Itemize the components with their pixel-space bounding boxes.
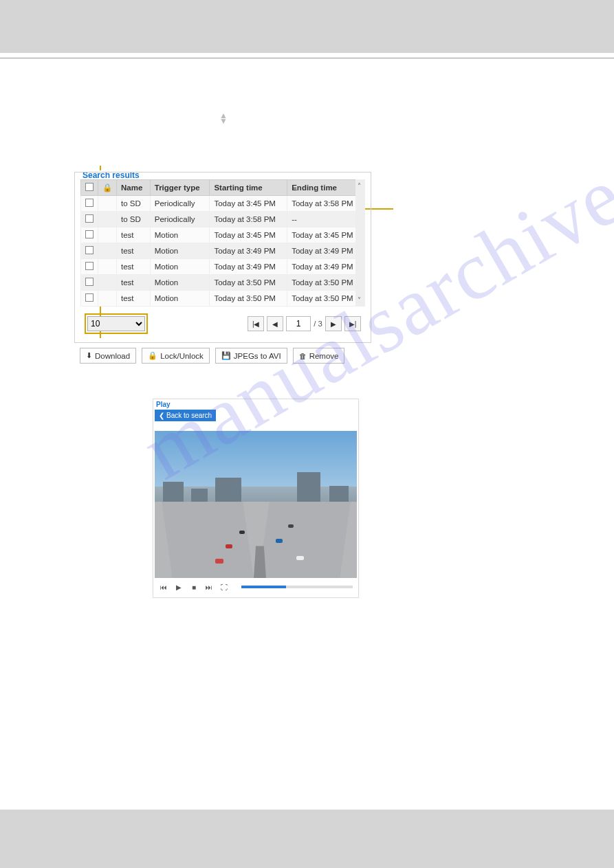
lock-icon: 🔒 (148, 351, 157, 360)
scroll-up-icon[interactable]: ˄ (358, 182, 361, 190)
back-label: Back to search (166, 412, 212, 419)
table-row[interactable]: testMotionToday at 3:49 PMToday at 3:49 … (81, 243, 365, 259)
row-checkbox-cell[interactable] (81, 275, 98, 291)
page-size-select[interactable]: 10 (87, 316, 145, 331)
row-lock-cell (98, 291, 117, 307)
row-trigger: Motion (150, 227, 210, 243)
next-page-button[interactable]: ▶ (325, 316, 342, 331)
checkbox-icon[interactable] (85, 230, 94, 238)
row-end: Today at 3:50 PM (287, 291, 365, 307)
row-checkbox-cell[interactable] (81, 259, 98, 275)
col-trigger[interactable]: Trigger type (150, 180, 210, 196)
row-trigger: Motion (150, 243, 210, 259)
row-checkbox-cell[interactable] (81, 196, 98, 212)
col-select-all[interactable] (81, 180, 98, 196)
scroll-down-icon[interactable]: ˅ (358, 296, 361, 304)
download-label: Download (95, 352, 130, 360)
row-lock-cell (98, 243, 117, 259)
row-trigger: Motion (150, 259, 210, 275)
player-controls: ⏮ ▶ ■ ⏭ ⛶ (155, 578, 357, 596)
table-scrollbar[interactable]: ˄ ˅ (355, 179, 365, 307)
video-player-panel: Play ❮Back to search (TCP-AV) 2016/06/08… (153, 399, 359, 598)
prev-page-button[interactable]: ◀ (267, 316, 283, 331)
last-page-button[interactable]: ▶| (344, 316, 361, 331)
table-row[interactable]: testMotionToday at 3:50 PMToday at 3:50 … (81, 275, 365, 291)
row-lock-cell (98, 227, 117, 243)
results-table: 🔒 Name Trigger type Starting time Ending… (80, 179, 365, 307)
lock-unlock-button[interactable]: 🔒Lock/Unlock (142, 348, 210, 364)
play-button[interactable]: ▶ (174, 582, 184, 592)
row-end: Today at 3:45 PM (287, 227, 365, 243)
row-start: Today at 3:58 PM (210, 212, 287, 227)
row-start: Today at 3:45 PM (210, 196, 287, 212)
jpeg-to-avi-button[interactable]: 💾JPEGs to AVI (215, 348, 287, 364)
checkbox-icon[interactable] (85, 246, 94, 254)
checkbox-icon[interactable] (85, 262, 94, 270)
sort-indicator-icon: ▲▼ (219, 113, 228, 124)
page-size-highlight: 10 (85, 313, 148, 334)
row-name: test (117, 291, 151, 307)
first-page-button[interactable]: |◀ (248, 316, 264, 331)
remove-button[interactable]: 🗑Remove (293, 348, 345, 364)
next-frame-button[interactable]: ⏭ (204, 582, 214, 592)
stop-button[interactable]: ■ (189, 582, 199, 592)
row-name: test (117, 259, 151, 275)
header-bar (0, 0, 614, 53)
row-lock-cell (98, 196, 117, 212)
row-lock-cell (98, 212, 117, 227)
progress-bar[interactable] (241, 586, 353, 588)
row-end: Today at 3:49 PM (287, 259, 365, 275)
download-icon: ⬇ (86, 351, 92, 360)
checkbox-icon[interactable] (85, 214, 94, 223)
checkbox-icon[interactable] (85, 293, 94, 302)
col-name[interactable]: Name (117, 180, 151, 196)
trash-icon: 🗑 (299, 352, 307, 360)
table-row[interactable]: testMotionToday at 3:45 PMToday at 3:45 … (81, 227, 365, 243)
checkbox-icon[interactable] (85, 199, 94, 207)
row-end: -- (287, 212, 365, 227)
row-start: Today at 3:49 PM (210, 243, 287, 259)
table-row[interactable]: to SDPeriodicallyToday at 3:45 PMToday a… (81, 196, 365, 212)
prev-frame-button[interactable]: ⏮ (159, 582, 168, 592)
row-checkbox-cell[interactable] (81, 212, 98, 227)
player-title: Play (155, 401, 357, 410)
row-trigger: Motion (150, 291, 210, 307)
row-start: Today at 3:50 PM (210, 291, 287, 307)
row-start: Today at 3:50 PM (210, 275, 287, 291)
progress-fill (241, 586, 286, 588)
table-row[interactable]: testMotionToday at 3:50 PMToday at 3:50 … (81, 291, 365, 307)
row-checkbox-cell[interactable] (81, 291, 98, 307)
row-checkbox-cell[interactable] (81, 227, 98, 243)
row-trigger: Periodically (150, 212, 210, 227)
download-button[interactable]: ⬇Download (80, 348, 136, 364)
total-pages-label: / 3 (314, 320, 322, 328)
row-end: Today at 3:49 PM (287, 243, 365, 259)
col-start[interactable]: Starting time (210, 180, 287, 196)
back-to-search-button[interactable]: ❮Back to search (155, 410, 216, 421)
col-end[interactable]: Ending time (287, 180, 365, 196)
remove-label: Remove (309, 352, 339, 360)
checkbox-icon[interactable] (85, 183, 94, 191)
col-lock-icon: 🔒 (98, 180, 117, 196)
table-row[interactable]: to SDPeriodicallyToday at 3:58 PM-- (81, 212, 365, 227)
video-area[interactable]: (TCP-AV) 2016/06/08 18:41:39 (155, 431, 357, 578)
save-icon: 💾 (221, 351, 231, 360)
row-start: Today at 3:49 PM (210, 259, 287, 275)
row-trigger: Periodically (150, 196, 210, 212)
current-page-input[interactable] (286, 316, 311, 331)
row-name: test (117, 275, 151, 291)
checkbox-icon[interactable] (85, 278, 94, 286)
row-name: to SD (117, 212, 151, 227)
footer-bar (0, 810, 614, 868)
row-start: Today at 3:45 PM (210, 227, 287, 243)
row-name: test (117, 227, 151, 243)
fullscreen-button[interactable]: ⛶ (219, 582, 229, 592)
row-name: to SD (117, 196, 151, 212)
video-frame (155, 431, 357, 578)
row-trigger: Motion (150, 275, 210, 291)
row-checkbox-cell[interactable] (81, 243, 98, 259)
header-rule (0, 58, 614, 58)
pager: 10 |◀ ◀ / 3 ▶ ▶| (80, 307, 365, 337)
table-row[interactable]: testMotionToday at 3:49 PMToday at 3:49 … (81, 259, 365, 275)
search-results-panel: 🔒 Name Trigger type Starting time Ending… (74, 172, 371, 343)
